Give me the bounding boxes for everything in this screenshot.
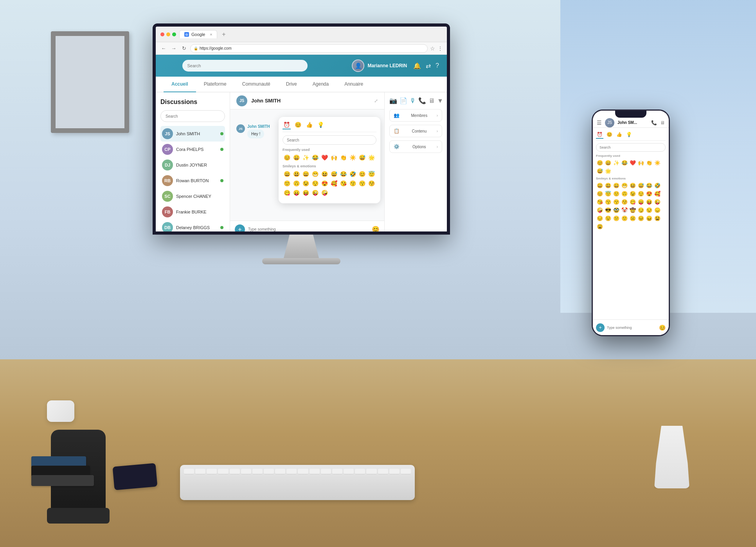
phone-emoji-tab-thumbs[interactable]: 👍 bbox=[616, 131, 623, 139]
address-bar[interactable]: 🔒 https://google.com bbox=[190, 44, 428, 53]
contact-item-frankie-burke[interactable]: FB Frankie BURKE bbox=[160, 204, 225, 220]
emoji-tab-recent[interactable]: ⏰ bbox=[283, 121, 291, 129]
photos-icon[interactable]: 📷 bbox=[389, 97, 397, 104]
phone-emoji-search-input[interactable] bbox=[596, 143, 666, 152]
emoji-item[interactable]: 😊 bbox=[283, 153, 291, 162]
help-icon[interactable]: ? bbox=[436, 62, 439, 69]
nav-drive[interactable]: Drive bbox=[278, 77, 305, 92]
phone-emoji-tab-recent[interactable]: ⏰ bbox=[596, 131, 603, 139]
hamburger-icon[interactable]: ☰ bbox=[597, 120, 602, 126]
emoji-item[interactable]: 😇 bbox=[367, 170, 376, 178]
emoji-item[interactable]: 😀 bbox=[283, 170, 291, 178]
phone-emoji-item[interactable]: 😙 bbox=[612, 198, 620, 206]
emoji-item[interactable]: 😄 bbox=[301, 170, 310, 178]
phone-emoji-item[interactable]: 🥸 bbox=[612, 206, 620, 214]
content-section[interactable]: 📋 Contenu › bbox=[389, 125, 442, 137]
phone-emoji-item[interactable]: 😇 bbox=[604, 190, 612, 197]
members-section[interactable]: 👥 Membres › bbox=[389, 109, 442, 122]
phone-emoji-item[interactable]: 🤣 bbox=[653, 181, 661, 189]
phone-emoji-item[interactable]: 🤪 bbox=[596, 206, 604, 214]
refresh-button[interactable]: ↻ bbox=[180, 45, 188, 52]
new-tab-button[interactable]: + bbox=[222, 31, 225, 38]
phone-emoji-item[interactable]: 😚 bbox=[621, 198, 628, 206]
phone-emoji-item[interactable]: 😕 bbox=[612, 214, 620, 222]
phone-emoji-item[interactable]: 😊 bbox=[596, 159, 604, 167]
documents-icon[interactable]: 📄 bbox=[400, 97, 407, 104]
chevron-down-icon[interactable]: ▼ bbox=[437, 97, 443, 104]
phone-icon[interactable]: 📞 bbox=[418, 97, 426, 104]
phone-emoji-item[interactable]: 😄 bbox=[612, 181, 620, 189]
phone-emoji-item[interactable]: ☀️ bbox=[653, 159, 661, 167]
phone-video-icon[interactable]: 🖥 bbox=[660, 120, 665, 126]
phone-emoji-item[interactable]: 😂 bbox=[621, 159, 628, 167]
emoji-item[interactable]: 😘 bbox=[339, 179, 347, 188]
phone-emoji-item[interactable]: 😆 bbox=[629, 181, 637, 189]
emoji-item[interactable]: ☀️ bbox=[348, 153, 357, 162]
phone-emoji-item[interactable]: 🥰 bbox=[653, 190, 661, 197]
phone-emoji-item[interactable]: 😝 bbox=[645, 198, 653, 206]
phone-emoji-item[interactable]: 🙁 bbox=[621, 214, 628, 222]
phone-emoji-item[interactable]: 😅 bbox=[637, 181, 645, 189]
nav-communaute[interactable]: Communauté bbox=[234, 77, 278, 92]
emoji-item[interactable]: 😌 bbox=[311, 179, 319, 188]
phone-emoji-button[interactable]: 😊 bbox=[659, 325, 666, 331]
phone-emoji-item[interactable]: 😀 bbox=[596, 181, 604, 189]
phone-emoji-item[interactable]: 😞 bbox=[653, 206, 661, 214]
emoji-item[interactable]: 😍 bbox=[320, 179, 329, 188]
phone-emoji-item[interactable]: 😣 bbox=[637, 214, 645, 222]
emoji-item[interactable]: 🙃 bbox=[292, 179, 301, 188]
emoji-item[interactable]: 😚 bbox=[367, 179, 376, 188]
emoji-item[interactable]: 😅 bbox=[329, 170, 338, 178]
expand-icon[interactable]: ⤢ bbox=[374, 98, 378, 104]
emoji-item[interactable]: 😃 bbox=[292, 170, 301, 178]
nav-annuaire[interactable]: Annuaire bbox=[337, 77, 371, 92]
emoji-item[interactable]: ✨ bbox=[301, 153, 310, 162]
contact-item-delaney-briggs[interactable]: DB Delaney BRIGGS bbox=[160, 220, 225, 235]
emoji-item[interactable]: 😋 bbox=[283, 188, 291, 197]
bookmark-icon[interactable]: ☆ bbox=[430, 45, 435, 52]
phone-emoji-item[interactable]: 😛 bbox=[637, 198, 645, 206]
phone-emoji-item[interactable]: ☹️ bbox=[629, 214, 637, 222]
phone-emoji-item[interactable]: 😫 bbox=[653, 214, 661, 222]
phone-emoji-tab-smileys[interactable]: 😊 bbox=[606, 131, 613, 139]
emoji-item[interactable]: 🙂 bbox=[283, 179, 291, 188]
contact-item-john-smith[interactable]: JS John SMITH bbox=[160, 126, 225, 142]
emoji-item[interactable]: 😆 bbox=[320, 170, 329, 178]
emoji-item[interactable]: 🤪 bbox=[320, 188, 329, 197]
emoji-search-input[interactable] bbox=[283, 135, 376, 145]
emoji-item[interactable]: 🌟 bbox=[367, 153, 376, 162]
phone-emoji-item[interactable]: 😉 bbox=[629, 190, 637, 197]
phone-emoji-item[interactable]: 😅 bbox=[596, 167, 604, 175]
phone-emoji-item[interactable]: ✨ bbox=[612, 159, 620, 167]
share-icon[interactable]: ⇄ bbox=[426, 62, 431, 70]
emoji-item[interactable]: 😅 bbox=[358, 153, 366, 162]
sidebar-search-input[interactable] bbox=[160, 110, 225, 122]
phone-emoji-item[interactable]: 😁 bbox=[621, 181, 628, 189]
options-section[interactable]: ⚙️ Options › bbox=[389, 140, 442, 153]
emoji-item[interactable]: 😝 bbox=[301, 188, 310, 197]
phone-emoji-item[interactable]: 🙌 bbox=[637, 159, 645, 167]
emoji-item[interactable]: 👏 bbox=[339, 153, 347, 162]
emoji-item[interactable]: 😜 bbox=[311, 188, 319, 197]
emoji-tab-ideas[interactable]: 💡 bbox=[317, 121, 325, 129]
phone-text-input[interactable] bbox=[607, 323, 657, 332]
phone-emoji-item[interactable]: 🤠 bbox=[629, 206, 637, 214]
nav-agenda[interactable]: Agenda bbox=[305, 77, 337, 92]
phone-emoji-item[interactable]: 🤡 bbox=[621, 206, 628, 214]
emoji-item[interactable]: 😂 bbox=[339, 170, 347, 178]
phone-emoji-item[interactable]: 🙂 bbox=[612, 190, 620, 197]
phone-emoji-item[interactable]: 😊 bbox=[596, 190, 604, 197]
emoji-item[interactable]: 😄 bbox=[292, 153, 301, 162]
chat-add-button[interactable]: + bbox=[235, 224, 245, 235]
phone-emoji-item[interactable]: 🌟 bbox=[604, 167, 612, 175]
nav-plateforme[interactable]: Plateforme bbox=[196, 77, 234, 92]
contact-item-dustin-joyner[interactable]: DJ Dustin JOYNER bbox=[160, 157, 225, 173]
chat-emoji-button[interactable]: 😊 bbox=[372, 226, 380, 233]
contact-item-spencer-chaney[interactable]: SC Spencer CHANEY bbox=[160, 188, 225, 204]
contact-item-rowan-burton[interactable]: RB Rowan BURTON bbox=[160, 173, 225, 188]
phone-emoji-item[interactable]: 😘 bbox=[596, 198, 604, 206]
emoji-item[interactable]: 😊 bbox=[358, 170, 366, 178]
phone-emoji-item[interactable]: 😗 bbox=[604, 198, 612, 206]
emoji-tab-thumbs[interactable]: 👍 bbox=[305, 121, 313, 129]
phone-emoji-item[interactable]: 😂 bbox=[645, 181, 653, 189]
